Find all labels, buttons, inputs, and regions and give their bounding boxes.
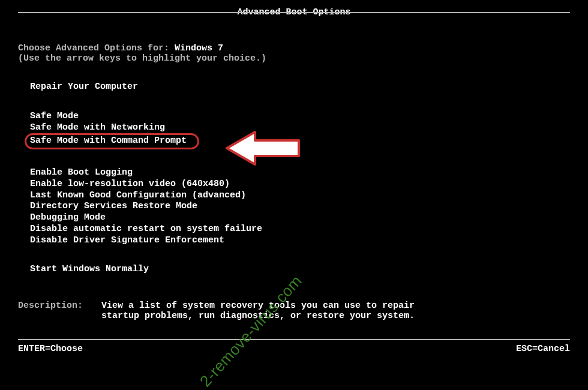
description-block: Description: View a list of system recov… (18, 301, 570, 321)
boot-options-screen: Advanced Boot Options Choose Advanced Op… (0, 12, 588, 354)
option-low-resolution-video[interactable]: Enable low-resolution video (640x480) (30, 179, 570, 190)
option-last-known-good[interactable]: Last Known Good Configuration (advanced) (30, 190, 570, 202)
option-disable-driver-sig[interactable]: Disable Driver Signature Enforcement (30, 235, 570, 247)
option-debugging-mode[interactable]: Debugging Mode (30, 212, 570, 224)
description-label: Description: (18, 301, 96, 311)
option-enable-boot-logging[interactable]: Enable Boot Logging (30, 167, 570, 179)
footer-esc: ESC=Cancel (516, 344, 570, 354)
description-text: View a list of system recovery tools you… (101, 301, 437, 321)
os-name: Windows 7 (175, 43, 223, 53)
prompt-line: Choose Advanced Options for: Windows 7 (18, 43, 570, 53)
option-disable-auto-restart[interactable]: Disable automatic restart on system fail… (30, 224, 570, 235)
option-repair-your-computer[interactable]: Repair Your Computer (30, 82, 570, 93)
hint-text: (Use the arrow keys to highlight your ch… (18, 53, 570, 64)
option-start-normally[interactable]: Start Windows Normally (30, 264, 570, 275)
footer-enter: ENTER=Choose (18, 344, 83, 354)
option-safe-mode-command-prompt[interactable]: Safe Mode with Command Prompt (30, 133, 570, 149)
option-safe-mode-networking[interactable]: Safe Mode with Networking (30, 122, 570, 134)
highlight-ring: Safe Mode with Command Prompt (25, 133, 199, 149)
content-area: Choose Advanced Options for: Windows 7 (… (0, 13, 588, 321)
footer-bar: ENTER=Choose ESC=Cancel (0, 340, 588, 354)
divider-top (18, 12, 570, 13)
options-list[interactable]: Repair Your Computer Safe Mode Safe Mode… (18, 82, 570, 275)
option-directory-services-restore[interactable]: Directory Services Restore Mode (30, 201, 570, 212)
prompt-label: Choose Advanced Options for: (18, 43, 175, 53)
option-safe-mode[interactable]: Safe Mode (30, 111, 570, 122)
